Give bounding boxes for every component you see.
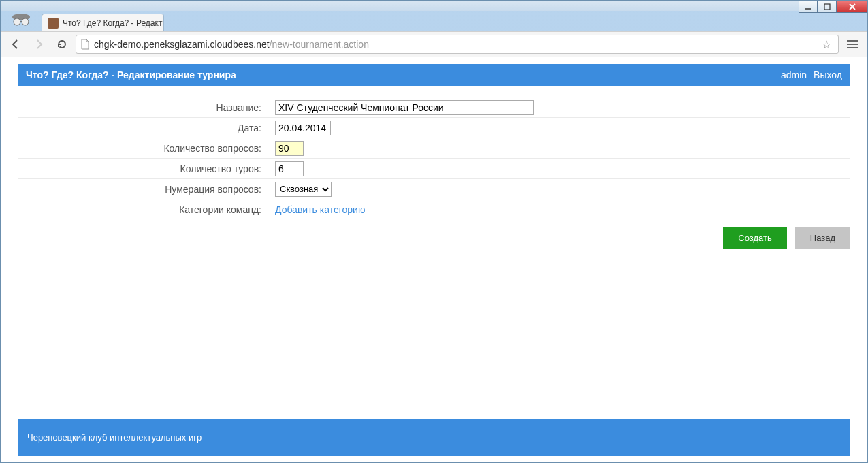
user-link[interactable]: admin	[781, 69, 807, 80]
label-categories: Категории команд:	[18, 204, 270, 215]
tab-strip: Что? Где? Когда? - Редакт ×	[1, 11, 867, 31]
row-categories: Категории команд: Добавить категорию	[18, 199, 850, 219]
label-questions: Количество вопросов:	[18, 143, 270, 154]
tab-close-button[interactable]: ×	[150, 18, 159, 28]
button-row: Создать Назад	[18, 219, 850, 257]
input-questions[interactable]	[275, 141, 304, 156]
page-viewport: Что? Где? Когда? - Редактирование турнир…	[1, 57, 867, 462]
svg-point-5	[14, 18, 20, 25]
row-date: Дата:	[18, 117, 850, 138]
browser-window: Что? Где? Когда? - Редакт × chgk-demo.pe…	[0, 0, 868, 463]
back-button-form[interactable]: Назад	[795, 227, 850, 249]
page-footer: Череповецкий клуб интеллектуальных игр	[18, 419, 850, 456]
bookmark-star-icon[interactable]: ☆	[819, 38, 834, 51]
url-path: /new-tournament.action	[270, 39, 369, 50]
url-host: chgk-demo.peneksglazami.cloudbees.net	[94, 39, 270, 50]
row-name: Название:	[18, 97, 850, 117]
input-name[interactable]	[275, 100, 534, 115]
tab-title: Что? Где? Когда? - Редакт	[63, 18, 162, 28]
tab-favicon-icon	[48, 18, 59, 29]
footer-text: Череповецкий клуб интеллектуальных игр	[27, 432, 202, 443]
label-date: Дата:	[18, 123, 270, 133]
tournament-form: Название: Дата: Количество вопросов: Кол…	[18, 86, 850, 268]
submit-button[interactable]: Создать	[723, 227, 786, 249]
label-numbering: Нумерация вопросов:	[18, 184, 270, 195]
add-category-link[interactable]: Добавить категорию	[275, 204, 365, 215]
hamburger-icon	[847, 40, 858, 48]
forward-button[interactable]	[29, 35, 48, 54]
row-rounds: Количество туров:	[18, 158, 850, 178]
label-rounds: Количество туров:	[18, 163, 270, 174]
logout-link[interactable]: Выход	[814, 69, 842, 80]
select-numbering[interactable]: Сквозная	[275, 182, 332, 197]
page-header: Что? Где? Когда? - Редактирование турнир…	[18, 64, 850, 86]
chrome-menu-button[interactable]	[843, 35, 862, 54]
svg-rect-1	[824, 4, 830, 10]
browser-tab[interactable]: Что? Где? Когда? - Редакт ×	[42, 14, 164, 31]
input-date[interactable]	[275, 121, 331, 135]
row-numbering: Нумерация вопросов: Сквозная	[18, 178, 850, 199]
nav-bar: chgk-demo.peneksglazami.cloudbees.net/ne…	[1, 31, 867, 57]
reload-button[interactable]	[52, 35, 71, 54]
window-titlebar	[1, 1, 867, 11]
back-button[interactable]	[6, 35, 25, 54]
row-questions: Количество вопросов:	[18, 138, 850, 158]
page-icon	[80, 39, 90, 50]
incognito-icon	[7, 8, 35, 29]
page-title: Что? Где? Когда? - Редактирование турнир…	[26, 69, 236, 80]
svg-point-6	[22, 18, 29, 25]
input-rounds[interactable]	[275, 161, 304, 176]
address-bar[interactable]: chgk-demo.peneksglazami.cloudbees.net/ne…	[76, 35, 839, 54]
label-name: Название:	[18, 102, 270, 113]
